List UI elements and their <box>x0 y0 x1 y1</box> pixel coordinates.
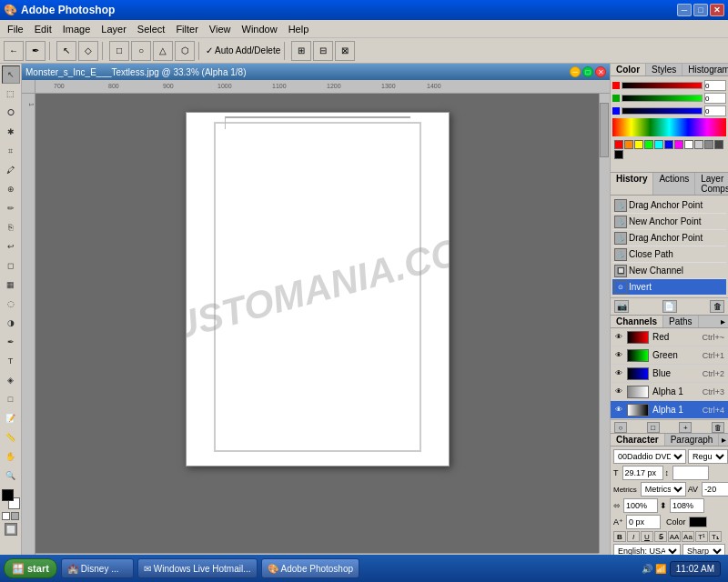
toolbar-extra-btn2[interactable]: ⊟ <box>313 41 333 61</box>
toolbar-shape-btn4[interactable]: ⬡ <box>175 41 195 61</box>
scale-h-input[interactable] <box>623 498 658 513</box>
tool-eraser[interactable]: ◻ <box>2 256 20 275</box>
superscript-btn[interactable]: T¹ <box>695 531 708 542</box>
tracking-input[interactable] <box>702 482 728 497</box>
tab-character[interactable]: Character <box>611 434 665 446</box>
tab-styles[interactable]: Styles <box>646 64 682 75</box>
char-menu-btn[interactable]: ▸ <box>719 434 728 446</box>
minimize-button[interactable]: ─ <box>677 4 692 16</box>
tool-select-path[interactable]: ◈ <box>2 371 20 389</box>
fg-bg-color-picker[interactable] <box>2 489 20 509</box>
toolbar-extra-btn1[interactable]: ⊞ <box>291 41 311 61</box>
quick-mask-btn[interactable] <box>11 512 19 520</box>
color-gradient-bar[interactable] <box>612 118 726 136</box>
tool-text[interactable]: T <box>2 352 20 370</box>
save-selection-btn[interactable]: □ <box>647 422 660 433</box>
close-button[interactable]: ✕ <box>710 4 724 16</box>
swatch-blue[interactable] <box>664 140 673 149</box>
scroll-thumb-v[interactable] <box>600 103 609 157</box>
delete-channel-btn[interactable]: 🗑 <box>712 422 724 433</box>
tool-heal[interactable]: ⊕ <box>2 180 20 198</box>
font-style-select[interactable]: Regular <box>688 449 728 464</box>
tab-layer-comps[interactable]: Layer Comps <box>695 173 728 195</box>
menu-view[interactable]: View <box>204 23 237 35</box>
tool-lasso[interactable]: ⵔ <box>2 104 20 122</box>
menu-window[interactable]: Window <box>237 23 283 35</box>
tab-histogram[interactable]: Histogram <box>682 64 728 75</box>
maximize-button[interactable]: □ <box>693 4 708 16</box>
history-item-1[interactable]: ⚓ Drag Anchor Point <box>612 197 726 214</box>
history-item-5[interactable]: 🔲 New Channel <box>612 263 726 279</box>
tab-color[interactable]: Color <box>611 64 646 75</box>
swatch-lt-gray[interactable] <box>694 140 703 149</box>
load-selection-btn[interactable]: ○ <box>614 422 627 433</box>
swatch-dk-gray[interactable] <box>714 140 723 149</box>
toolbar-shape-btn1[interactable]: □ <box>109 41 129 61</box>
channel-alpha1b[interactable]: 👁 Alpha 1 Ctrl+4 <box>611 401 728 419</box>
new-channel-btn[interactable]: + <box>679 422 692 433</box>
menu-filter[interactable]: Filter <box>170 23 203 35</box>
tool-zoom[interactable]: 🔍 <box>2 467 20 485</box>
new-doc-from-state-btn[interactable]: 📄 <box>662 300 677 313</box>
toolbar-back-btn[interactable]: ← <box>4 41 24 61</box>
text-color-swatch[interactable] <box>689 517 707 527</box>
tool-marquee[interactable]: ⬚ <box>2 85 20 103</box>
swatch-magenta[interactable] <box>674 140 683 149</box>
channels-menu-btn[interactable]: ▸ <box>718 316 728 327</box>
bold-btn[interactable]: B <box>613 531 626 542</box>
swatch-red[interactable] <box>614 140 623 149</box>
swatch-white[interactable] <box>684 140 693 149</box>
canvas-maximize[interactable]: □ <box>582 66 593 77</box>
swatch-black[interactable] <box>614 150 623 159</box>
tool-hand[interactable]: ✋ <box>2 447 20 466</box>
toolbar-extra-btn3[interactable]: ⊠ <box>335 41 355 61</box>
toolbar-select-btn[interactable]: ↖ <box>56 41 76 61</box>
create-snapshot-btn[interactable]: 📷 <box>614 300 629 313</box>
tool-dodge[interactable]: ◑ <box>2 314 20 332</box>
tab-history[interactable]: History <box>611 173 653 195</box>
baseline-input[interactable] <box>626 515 661 529</box>
tool-pen[interactable]: ✒ <box>2 333 20 351</box>
history-item-4[interactable]: ⚓ Close Path <box>612 246 726 263</box>
toolbar-pen-btn[interactable]: ✒ <box>25 41 46 61</box>
tracking-select[interactable]: Metrics <box>641 482 686 497</box>
taskbar-item-photoshop[interactable]: 🎨 Adobe Photoshop <box>261 558 360 578</box>
tool-crop[interactable]: ⌗ <box>2 142 20 160</box>
toolbar-shape-btn3[interactable]: △ <box>153 41 173 61</box>
history-item-3[interactable]: ⚓ Drag Anchor Point <box>612 230 726 246</box>
menu-layer[interactable]: Layer <box>96 23 132 35</box>
menu-file[interactable]: File <box>2 23 29 35</box>
tool-clone[interactable]: ⎘ <box>2 218 20 236</box>
leading-input[interactable] <box>672 466 709 480</box>
swatch-green[interactable] <box>644 140 653 149</box>
menu-image[interactable]: Image <box>57 23 96 35</box>
tool-shape[interactable]: □ <box>2 390 20 408</box>
taskbar-item-disney[interactable]: 🏰 Disney ... <box>61 558 134 578</box>
swatch-gray[interactable] <box>704 140 713 149</box>
toolbar-shape-btn2[interactable]: ○ <box>131 41 151 61</box>
font-size-input[interactable] <box>622 466 663 480</box>
channel-green[interactable]: 👁 Green Ctrl+1 <box>611 346 728 365</box>
swatch-orange[interactable] <box>624 140 633 149</box>
fg-color-swatch[interactable] <box>2 489 14 501</box>
tool-move[interactable]: ↖ <box>2 65 20 84</box>
start-button[interactable]: 🪟 start <box>4 558 57 578</box>
red-value[interactable] <box>704 80 726 91</box>
tool-history-brush[interactable]: ↩ <box>2 237 20 256</box>
canvas-close[interactable]: ✕ <box>595 66 606 77</box>
auto-add-delete-check[interactable]: ✓ Auto Add/Delete <box>206 45 280 55</box>
blue-value[interactable] <box>704 105 726 116</box>
history-item-2[interactable]: ⚓ New Anchor Point <box>612 214 726 230</box>
small-caps-btn[interactable]: Aa <box>682 531 694 542</box>
menu-help[interactable]: Help <box>283 23 315 35</box>
tab-paths[interactable]: Paths <box>663 316 699 327</box>
red-slider[interactable] <box>622 82 703 89</box>
channel-red[interactable]: 👁 Red Ctrl+~ <box>611 328 728 346</box>
green-value[interactable] <box>704 93 726 104</box>
taskbar-item-hotmail[interactable]: ✉ Windows Live Hotmail... <box>137 558 258 578</box>
strikethrough-btn[interactable]: S̶ <box>654 531 667 542</box>
channel-alpha1a[interactable]: 👁 Alpha 1 Ctrl+3 <box>611 383 728 401</box>
toolbar-node-btn[interactable]: ◇ <box>78 41 98 61</box>
tab-paragraph[interactable]: Paragraph <box>665 434 720 446</box>
scroll-vertical[interactable] <box>599 94 610 553</box>
